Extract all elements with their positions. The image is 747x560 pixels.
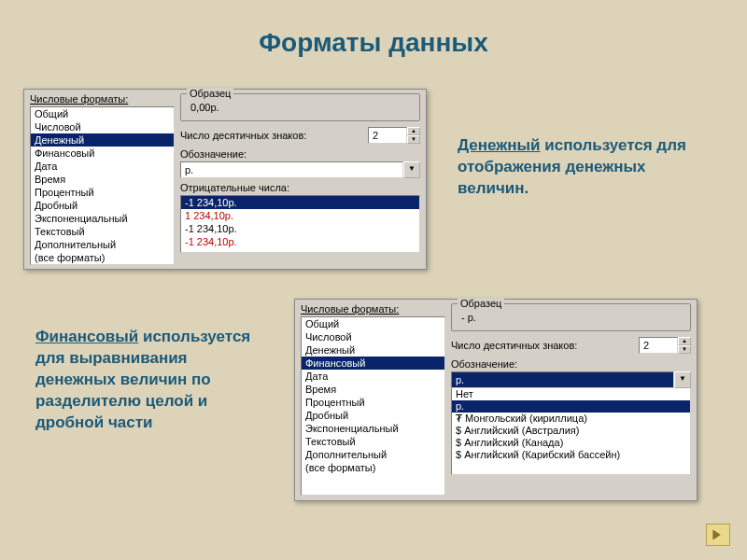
list-item[interactable]: Время <box>31 173 174 186</box>
option-item[interactable]: $ Английский (Карибский бассейн) <box>452 449 690 461</box>
list-item[interactable]: Дополнительный <box>31 238 174 251</box>
arrow-right-icon <box>712 528 725 541</box>
list-item[interactable]: Экспоненциальный <box>31 212 174 225</box>
spinner-down-icon[interactable]: ▼ <box>678 345 691 354</box>
symbol-label: Обозначение: <box>451 358 691 370</box>
description-money: Денежный используется для отображения де… <box>458 135 719 200</box>
list-item[interactable]: Текстовый <box>302 435 444 448</box>
list-item[interactable]: -1 234,10р. <box>181 235 419 248</box>
decimals-label: Число десятичных знаков: <box>180 130 368 141</box>
categories-label: Числовые форматы: <box>301 303 445 315</box>
list-item[interactable]: Дробный <box>31 199 174 212</box>
option-item[interactable]: Нет <box>452 388 690 400</box>
description-financial: Финансовый используется для выравнивания… <box>35 327 269 434</box>
categories-listbox[interactable]: ОбщийЧисловойДенежныйФинансовыйДатаВремя… <box>301 316 445 496</box>
spinner-up-icon[interactable]: ▲ <box>678 337 691 345</box>
sample-value: - р. <box>458 310 684 325</box>
next-button[interactable] <box>706 524 730 546</box>
list-item[interactable]: Время <box>302 383 444 396</box>
spinner-down-icon[interactable]: ▼ <box>407 135 420 144</box>
negatives-label: Отрицательные числа: <box>180 182 420 193</box>
symbol-options-list[interactable]: Нетр.₮ Монгольский (кириллица)$ Английск… <box>451 388 691 475</box>
option-item[interactable]: $ Английский (Австралия) <box>452 425 690 437</box>
symbol-value: р. <box>451 371 674 388</box>
format-dialog-money: Числовые форматы: ОбщийЧисловойДенежныйФ… <box>23 89 427 270</box>
list-item[interactable]: Дробный <box>302 409 444 422</box>
sample-label: Образец <box>458 298 504 309</box>
list-item[interactable]: Общий <box>31 107 174 120</box>
list-item[interactable]: (все форматы) <box>31 251 174 264</box>
decimals-label: Число десятичных знаков: <box>451 340 639 351</box>
format-dialog-financial: Числовые форматы: ОбщийЧисловойДенежныйФ… <box>294 299 698 501</box>
list-item[interactable]: Финансовый <box>31 147 174 160</box>
chevron-down-icon[interactable]: ▼ <box>403 161 420 178</box>
list-item[interactable]: Денежный <box>31 133 174 147</box>
list-item[interactable]: Процентный <box>31 186 174 199</box>
option-item[interactable]: р. <box>452 400 690 413</box>
negatives-listbox[interactable]: -1 234,10р.1 234,10р.-1 234,10р.-1 234,1… <box>180 195 420 253</box>
list-item[interactable]: Дополнительный <box>302 448 444 461</box>
list-item[interactable]: -1 234,10р. <box>181 222 419 235</box>
symbol-value: р. <box>180 161 403 178</box>
list-item[interactable]: Дата <box>302 370 444 383</box>
decimals-input[interactable] <box>639 337 678 354</box>
list-item[interactable]: -1 234,10р. <box>181 196 419 209</box>
option-item[interactable]: $ Английский (Канада) <box>452 437 690 449</box>
symbol-dropdown[interactable]: р. ▼ <box>451 371 691 388</box>
page-title: Форматы данных <box>0 0 747 72</box>
list-item[interactable]: Финансовый <box>302 357 444 370</box>
decimals-spinner[interactable]: ▲ ▼ <box>368 127 420 144</box>
categories-listbox[interactable]: ОбщийЧисловойДенежныйФинансовыйДатаВремя… <box>30 106 175 265</box>
list-item[interactable]: Дата <box>31 160 174 173</box>
sample-label: Образец <box>187 88 233 99</box>
list-item[interactable]: Процентный <box>302 396 444 409</box>
list-item[interactable]: Числовой <box>31 120 174 133</box>
list-item[interactable]: (все форматы) <box>302 461 444 474</box>
sample-value: 0,00р. <box>187 100 414 115</box>
list-item[interactable]: Числовой <box>302 330 444 343</box>
list-item[interactable]: 1 234,10р. <box>181 209 419 222</box>
list-item[interactable]: Текстовый <box>31 225 174 238</box>
sample-fieldset: Образец - р. <box>451 303 691 331</box>
categories-label: Числовые форматы: <box>30 93 175 105</box>
sample-fieldset: Образец 0,00р. <box>180 93 420 121</box>
spinner-up-icon[interactable]: ▲ <box>407 127 420 135</box>
list-item[interactable]: Денежный <box>302 343 444 357</box>
list-item[interactable]: Экспоненциальный <box>302 422 444 435</box>
decimals-input[interactable] <box>368 127 407 144</box>
option-item[interactable]: ₮ Монгольский (кириллица) <box>452 413 690 425</box>
chevron-down-icon[interactable]: ▼ <box>674 371 691 388</box>
symbol-dropdown[interactable]: р. ▼ <box>180 161 420 178</box>
list-item[interactable]: Общий <box>302 317 444 330</box>
symbol-label: Обозначение: <box>180 148 420 160</box>
decimals-spinner[interactable]: ▲ ▼ <box>639 337 691 354</box>
